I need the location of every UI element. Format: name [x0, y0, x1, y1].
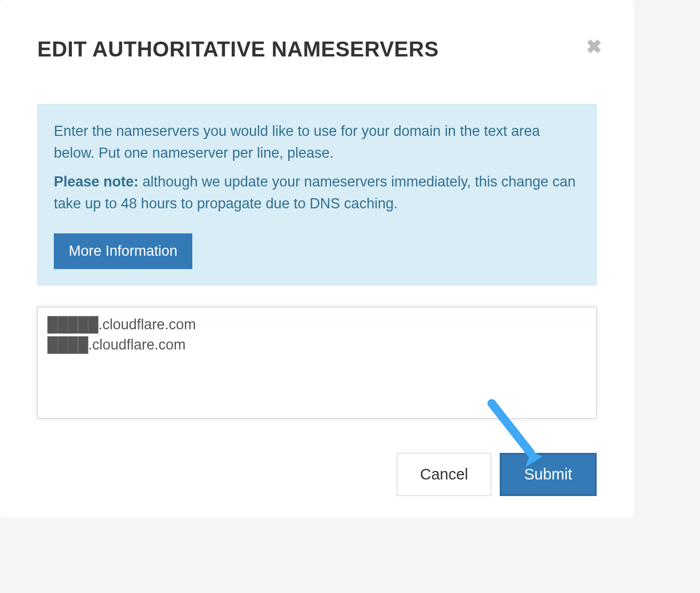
info-note: Please note: although we update your nam…: [54, 171, 580, 214]
edit-nameservers-modal: ✖ EDIT AUTHORITATIVE NAMESERVERS Enter t…: [0, 0, 634, 517]
modal-title: EDIT AUTHORITATIVE NAMESERVERS: [37, 37, 597, 61]
close-button[interactable]: ✖: [586, 37, 602, 56]
info-note-label: Please note:: [54, 174, 139, 190]
button-row: Cancel Submit: [37, 453, 597, 496]
info-panel: Enter the nameservers you would like to …: [37, 104, 597, 286]
nameservers-textarea[interactable]: [37, 307, 597, 419]
info-instructions: Enter the nameservers you would like to …: [54, 120, 580, 164]
submit-button[interactable]: Submit: [500, 453, 597, 496]
close-icon: ✖: [586, 36, 602, 58]
more-information-button[interactable]: More Information: [54, 233, 192, 269]
cancel-button[interactable]: Cancel: [397, 453, 491, 496]
